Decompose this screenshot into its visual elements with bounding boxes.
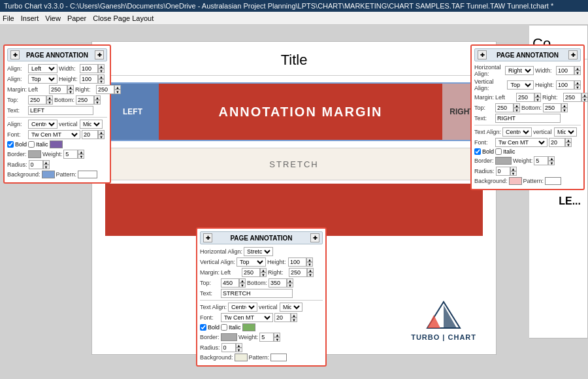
text-input[interactable]	[28, 106, 93, 115]
bottom-input[interactable]	[76, 95, 94, 105]
b-text-align-select[interactable]: Centre	[228, 303, 257, 312]
height-input[interactable]	[80, 74, 98, 84]
r-font-select[interactable]: Tw Cen MT	[495, 138, 547, 147]
height-up[interactable]: ▲	[98, 74, 105, 79]
bold-checkbox[interactable]	[7, 141, 14, 148]
b-font-select[interactable]: Tw Cen MT	[221, 313, 273, 322]
v-align-select[interactable]: Top	[28, 74, 57, 84]
r-h-align-select[interactable]: Right	[505, 66, 534, 75]
left-down[interactable]: ▼	[67, 90, 74, 94]
r-v-align-select[interactable]: Top	[507, 80, 534, 90]
right-input[interactable]	[96, 85, 114, 94]
fontsize-up[interactable]: ▲	[98, 130, 105, 135]
b-color-swatch[interactable]	[242, 323, 255, 331]
b-bold-checkbox[interactable]	[200, 324, 206, 331]
b-v-align-select[interactable]: Top	[237, 257, 266, 267]
b-radius-input[interactable]	[221, 343, 236, 352]
height-label: Height:	[59, 76, 78, 82]
b-top-input[interactable]	[221, 278, 239, 288]
italic-checkbox[interactable]	[28, 141, 35, 148]
width-up[interactable]: ▲	[98, 64, 105, 69]
bg-color-swatch[interactable]	[42, 171, 55, 178]
weight-input[interactable]	[63, 150, 78, 159]
r-top-input[interactable]	[495, 103, 514, 112]
font-size-input[interactable]	[82, 130, 98, 139]
divider1	[7, 117, 107, 118]
r-left-input[interactable]	[516, 93, 534, 102]
b-pattern-swatch[interactable]	[270, 354, 287, 361]
pattern-swatch[interactable]	[78, 171, 97, 178]
title-bar: Turbo Chart v3.3.0 - C:\Users\Ganesh\Doc…	[0, 0, 588, 12]
r-bottom-input[interactable]	[543, 103, 561, 112]
panel-left-next[interactable]: ✚	[95, 50, 104, 59]
right-up[interactable]: ▲	[114, 85, 121, 90]
menu-close-page-layout[interactable]: Close Page Layout	[93, 14, 154, 22]
b-h-align-select[interactable]: Stretch	[244, 247, 273, 256]
r-weight-input[interactable]	[534, 156, 548, 165]
b-italic-checkbox[interactable]	[221, 324, 227, 331]
vertical-select[interactable]: Middle	[80, 120, 103, 129]
b-left-input[interactable]	[242, 268, 260, 277]
r-italic-checkbox[interactable]	[495, 148, 502, 155]
menu-file[interactable]: File	[3, 14, 14, 22]
b-fontsize-input[interactable]	[274, 313, 291, 322]
panel-bottom-next[interactable]: ✚	[310, 233, 319, 242]
r-height-input[interactable]	[556, 80, 574, 90]
r-bold-checkbox[interactable]	[474, 148, 481, 155]
width-down[interactable]: ▼	[98, 69, 105, 73]
r-vertical-select[interactable]: Midd	[554, 127, 577, 137]
text-align-select[interactable]: Centre	[28, 120, 57, 129]
panel-right-style-row: Bold Italic	[474, 148, 581, 155]
r-right-input[interactable]	[563, 93, 581, 102]
text-label: Text:	[7, 107, 27, 114]
menu-view[interactable]: View	[45, 14, 61, 22]
r-pattern-swatch[interactable]	[545, 177, 561, 185]
r-bg-swatch[interactable]	[509, 177, 522, 185]
color-swatch[interactable]	[50, 140, 63, 148]
h-align-select[interactable]: Left	[28, 64, 57, 73]
panel-right-next[interactable]: ✚	[568, 50, 578, 59]
r-width-input[interactable]	[556, 66, 574, 75]
b-right-input[interactable]	[289, 268, 307, 277]
top-input[interactable]	[28, 95, 46, 105]
top-down[interactable]: ▼	[46, 100, 53, 105]
r-border-swatch[interactable]	[495, 157, 512, 165]
bottom-up[interactable]: ▲	[94, 95, 101, 100]
font-select[interactable]: Tw Cen MT	[28, 130, 80, 139]
height-down[interactable]: ▼	[98, 79, 105, 84]
top-up[interactable]: ▲	[46, 95, 53, 100]
panel-right-prev[interactable]: ✚	[478, 50, 487, 59]
b-weight-input[interactable]	[259, 333, 274, 342]
left-up[interactable]: ▲	[67, 85, 74, 90]
r-text-input[interactable]	[495, 114, 561, 123]
b-bg-swatch[interactable]	[235, 354, 248, 361]
menu-insert[interactable]: Insert	[21, 14, 39, 22]
panel-bottom-text-row: Text:	[200, 289, 323, 298]
b-bottom-input[interactable]	[269, 278, 287, 288]
h-align-label: Align:	[7, 65, 27, 72]
radius-down[interactable]: ▼	[43, 165, 50, 169]
bottom-down[interactable]: ▼	[94, 100, 101, 105]
radius-up[interactable]: ▲	[43, 160, 50, 165]
b-text-input[interactable]	[221, 289, 293, 298]
menu-paper[interactable]: Paper	[67, 14, 86, 22]
weight-up[interactable]: ▲	[78, 150, 84, 154]
left-input[interactable]	[49, 85, 67, 94]
radius-input[interactable]	[29, 160, 43, 169]
width-input[interactable]: 100	[80, 64, 98, 73]
panel-bottom-prev[interactable]: ✚	[203, 233, 212, 242]
weight-down[interactable]: ▼	[78, 154, 84, 159]
panel-left-text-row: Text:	[7, 106, 107, 115]
b-height-input[interactable]	[288, 257, 306, 267]
border-color-swatch[interactable]	[28, 150, 41, 158]
fontsize-down[interactable]: ▼	[98, 135, 105, 139]
r-text-align-select[interactable]: Centre	[502, 127, 532, 137]
panel-left-prev[interactable]: ✚	[10, 50, 20, 59]
b-border-swatch[interactable]	[221, 333, 237, 341]
r-margin-label: Margin:	[474, 94, 494, 101]
r-fontsize-input[interactable]	[549, 138, 565, 147]
b-vertical-select[interactable]: Middle	[280, 303, 302, 312]
right-down[interactable]: ▼	[114, 90, 121, 94]
annotation-center: ANNOTATION MARGIN	[159, 84, 442, 140]
r-radius-input[interactable]	[496, 167, 510, 176]
